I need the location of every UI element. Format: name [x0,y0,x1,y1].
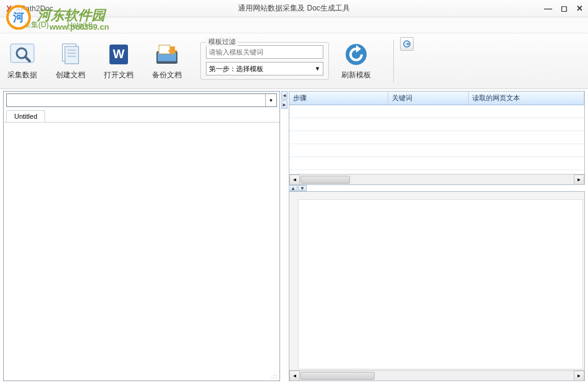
col-keyword[interactable]: 关键词 [388,92,469,105]
scroll-thumb[interactable] [300,372,375,380]
template-filter-group: 模板过滤 第一步：选择模板 ▼ [200,42,329,80]
toolbar: 采集数据 创建文档 W 打开文档 备份文档 模板过滤 第一步：选择模板 ▼ 刷新… [0,33,588,89]
scroll-left-button[interactable]: ◄ [289,371,300,381]
open-doc-label: 打开文档 [104,70,134,80]
table-row[interactable] [289,144,584,157]
refresh-icon [343,41,369,67]
preview-panel: ◄ ► [289,191,585,381]
splitter-down-button[interactable]: ▼ [298,185,307,191]
chevron-down-icon[interactable]: ▾ [265,94,276,106]
splitter-right-button[interactable]: ► [281,100,288,109]
preview-scrollbar[interactable]: ◄ ► [289,370,584,381]
refresh-template-button[interactable]: 刷新模板 [341,41,371,80]
horizontal-splitter[interactable]: ▲ ▼ [289,185,585,191]
table-row[interactable] [289,157,584,170]
documents-icon [58,41,83,67]
table-row[interactable] [289,105,584,118]
grid-body [289,105,584,174]
maximize-button[interactable]: ◻ [561,4,568,13]
browser-tabs: Untitled [4,110,279,123]
backup-icon [154,41,180,67]
app-name: XPath2Doc [15,4,53,13]
left-panel: ▾ Untitled .:: [3,91,280,381]
magnifier-icon [9,41,35,67]
open-doc-button[interactable]: W 打开文档 [104,41,134,80]
template-keyword-input[interactable] [206,45,323,59]
menu-bar: 采集(D) Help(H) [0,17,588,33]
right-panel: 步骤 关键词 读取的网页文本 ◄ ► ▲ ▼ [289,91,585,381]
filter-legend: 模板过滤 [206,37,238,46]
table-row[interactable] [289,131,584,144]
collect-data-label: 采集数据 [7,70,37,80]
preview-content [298,199,583,369]
app-x-icon: X [6,4,12,14]
backup-doc-button[interactable]: 备份文档 [152,41,182,80]
svg-rect-0 [11,44,34,62]
template-select-text: 第一步：选择模板 [209,64,263,74]
scroll-right-button[interactable]: ► [574,174,584,185]
minimize-button[interactable]: — [544,4,552,13]
vertical-splitter[interactable]: ◄ ► [281,89,288,383]
url-input[interactable] [7,96,265,105]
expand-toolbar-button[interactable] [400,37,414,51]
word-icon: W [106,41,132,67]
scroll-thumb[interactable] [300,176,350,184]
refresh-template-label: 刷新模板 [341,70,371,80]
template-select[interactable]: 第一步：选择模板 ▼ [206,62,323,75]
splitter-left-button[interactable]: ◄ [281,91,288,100]
chevron-down-icon: ▼ [315,66,320,72]
url-combo[interactable]: ▾ [6,93,277,107]
grid-header: 步骤 关键词 读取的网页文本 [289,92,584,105]
col-step[interactable]: 步骤 [289,92,388,105]
create-doc-label: 创建文档 [56,70,85,80]
table-row[interactable] [289,118,584,131]
resize-grip[interactable]: .:: [271,373,278,379]
svg-text:W: W [113,47,125,61]
svg-rect-12 [159,45,170,54]
window-title: 通用网站数据采集及 Doc生成工具 [238,3,350,14]
main-area: ▾ Untitled .:: ◄ ► 步骤 关键词 读取的网页文本 [0,89,588,383]
menu-help[interactable]: Help(H) [67,21,93,30]
backup-doc-label: 备份文档 [152,70,182,80]
title-bar: X XPath2Doc 通用网站数据采集及 Doc生成工具 — ◻ ✕ [0,0,588,17]
col-webtext[interactable]: 读取的网页文本 [469,92,584,105]
browser-content [4,123,279,381]
scroll-left-button[interactable]: ◄ [289,174,300,185]
create-doc-button[interactable]: 创建文档 [56,41,85,80]
grid-scrollbar[interactable]: ◄ ► [289,174,584,184]
tab-untitled[interactable]: Untitled [6,110,45,122]
close-button[interactable]: ✕ [576,4,583,13]
steps-grid: 步骤 关键词 读取的网页文本 ◄ ► [289,91,585,185]
menu-collect[interactable]: 采集(D) [23,20,49,30]
collect-data-button[interactable]: 采集数据 [7,41,37,80]
svg-rect-4 [65,46,79,64]
splitter-up-button[interactable]: ▲ [289,185,297,191]
scroll-right-button[interactable]: ► [574,371,584,381]
